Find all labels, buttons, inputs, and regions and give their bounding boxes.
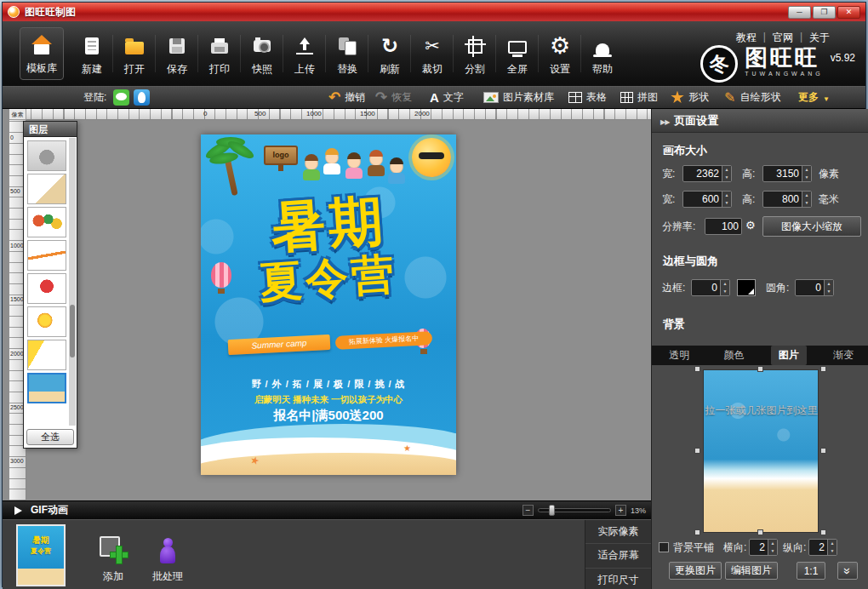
snapshot-button[interactable]: 快照 bbox=[241, 27, 283, 80]
ruler-tick-label: 1500 bbox=[10, 296, 24, 302]
scrollbar-thumb[interactable] bbox=[70, 305, 75, 357]
spinner[interactable] bbox=[720, 280, 729, 295]
qq-login-button[interactable] bbox=[134, 87, 150, 108]
layer-thumbnail-selected[interactable] bbox=[27, 373, 66, 403]
puzzle-tool-button[interactable]: 拼图 bbox=[620, 87, 658, 108]
fullscreen-button[interactable]: 全屏 bbox=[496, 27, 539, 80]
official-site-link[interactable]: 官网 bbox=[773, 31, 793, 45]
spinner[interactable] bbox=[827, 540, 837, 555]
resize-handle[interactable] bbox=[757, 366, 763, 372]
zoom-out-button[interactable]: − bbox=[523, 505, 534, 516]
resize-handle[interactable] bbox=[757, 529, 763, 535]
layer-thumbnail[interactable] bbox=[27, 207, 66, 237]
spinner[interactable] bbox=[722, 192, 731, 207]
layer-thumbnail[interactable] bbox=[27, 240, 66, 271]
tab-gradient[interactable]: 渐变 bbox=[825, 346, 861, 365]
dpi-input[interactable]: 100 bbox=[705, 218, 742, 235]
replace-button[interactable]: 替换 bbox=[326, 27, 368, 80]
about-link[interactable]: 关于 bbox=[809, 31, 830, 45]
collapse-button[interactable] bbox=[837, 562, 858, 580]
canvas-height-px-input[interactable]: 3150 bbox=[762, 165, 812, 182]
tutorial-link[interactable]: 教程 bbox=[736, 31, 757, 45]
undo-button[interactable]: 撤销 bbox=[328, 87, 365, 108]
shape-tool-button[interactable]: 形状 bbox=[671, 87, 709, 108]
layer-thumbnail[interactable] bbox=[27, 306, 66, 337]
image-scale-button[interactable]: 图像大小缩放 bbox=[762, 216, 861, 237]
layer-thumbnail[interactable] bbox=[27, 340, 66, 370]
layer-thumbnail[interactable] bbox=[27, 273, 66, 304]
ruler-tick-label: 2000 bbox=[10, 351, 24, 357]
add-button[interactable]: 添加 bbox=[88, 524, 139, 586]
tab-color[interactable]: 颜色 bbox=[716, 346, 751, 365]
play-icon[interactable] bbox=[14, 506, 22, 515]
material-library-button[interactable]: 图片素材库 bbox=[483, 87, 554, 108]
border-heading: 边框与圆角 bbox=[663, 254, 718, 269]
fit-screen-option[interactable]: 适合屏幕 bbox=[585, 544, 651, 568]
layer-thumbnail[interactable] bbox=[27, 174, 66, 204]
resize-handle[interactable] bbox=[820, 529, 826, 535]
border-color-swatch[interactable] bbox=[737, 279, 756, 296]
tile-checkbox[interactable] bbox=[659, 542, 669, 552]
spinner[interactable] bbox=[802, 166, 811, 181]
text-tool-button[interactable]: 文字 bbox=[430, 87, 464, 108]
layers-scrollbar[interactable] bbox=[69, 138, 76, 426]
edit-image-button[interactable]: 编辑图片 bbox=[725, 562, 778, 580]
settings-button[interactable]: 设置 bbox=[539, 27, 581, 80]
tab-transparent[interactable]: 透明 bbox=[661, 346, 697, 365]
actual-pixels-option[interactable]: 实际像素 bbox=[585, 520, 651, 544]
resize-handle[interactable] bbox=[820, 448, 826, 454]
open-button[interactable]: 打开 bbox=[113, 27, 156, 80]
resize-handle[interactable] bbox=[694, 529, 700, 535]
tab-image[interactable]: 图片 bbox=[771, 346, 807, 365]
select-all-button[interactable]: 全选 bbox=[26, 429, 74, 445]
new-document-icon bbox=[85, 37, 99, 54]
layer-thumbnail[interactable] bbox=[27, 140, 66, 171]
wechat-login-button[interactable] bbox=[113, 87, 129, 108]
border-width-input[interactable]: 0 bbox=[691, 279, 730, 296]
design-canvas-page[interactable]: logo 暑期 夏令营 Summer camp 拓展新体验 火爆报名中 野 / … bbox=[201, 134, 456, 475]
more-menu-button[interactable]: 更多 bbox=[798, 87, 830, 108]
maximize-button[interactable]: ❐ bbox=[813, 6, 836, 19]
template-library-button[interactable]: 模板库 bbox=[20, 27, 64, 80]
table-tool-button[interactable]: 表格 bbox=[568, 87, 607, 108]
tile-vertical-input[interactable]: 2 bbox=[808, 539, 837, 556]
spinner[interactable] bbox=[722, 166, 731, 181]
print-button[interactable]: 打印 bbox=[198, 27, 241, 80]
tile-horizontal-input[interactable]: 2 bbox=[749, 539, 778, 556]
background-image-preview[interactable] bbox=[703, 369, 819, 533]
crop-button[interactable]: 裁切 bbox=[411, 27, 454, 80]
resize-handle[interactable] bbox=[694, 448, 700, 454]
spinner[interactable] bbox=[768, 540, 777, 555]
zoom-in-button[interactable]: + bbox=[615, 505, 626, 516]
new-button[interactable]: 新建 bbox=[71, 27, 113, 80]
change-image-button[interactable]: 更换图片 bbox=[669, 562, 722, 580]
document-thumbnail[interactable]: 暑期 夏令营 bbox=[16, 524, 66, 586]
canvas-width-px-input[interactable]: 2362 bbox=[682, 165, 732, 182]
help-button[interactable]: 帮助 bbox=[581, 27, 624, 80]
refresh-button[interactable]: 刷新 bbox=[368, 27, 411, 80]
corner-radius-input[interactable]: 0 bbox=[795, 279, 834, 296]
zoom-slider[interactable] bbox=[538, 508, 611, 512]
minimize-button[interactable]: ─ bbox=[788, 6, 811, 19]
batch-process-button[interactable]: 批处理 bbox=[142, 524, 193, 586]
print-size-option[interactable]: 打印尺寸 bbox=[585, 569, 651, 589]
drop-image-hint: 拉一张或几张图片到这里 bbox=[652, 403, 868, 418]
double-chevron-icon[interactable] bbox=[660, 114, 669, 127]
dpi-gear-icon[interactable] bbox=[745, 219, 756, 232]
one-to-one-button[interactable]: 1:1 bbox=[797, 562, 825, 580]
save-button[interactable]: 保存 bbox=[156, 27, 198, 80]
panel-header: 页面设置 bbox=[652, 109, 868, 133]
upload-button[interactable]: 上传 bbox=[283, 27, 326, 80]
canvas-width-mm-input[interactable]: 600 bbox=[682, 191, 732, 208]
spinner[interactable] bbox=[802, 192, 811, 207]
close-button[interactable]: ✕ bbox=[837, 6, 860, 19]
resize-handle[interactable] bbox=[694, 366, 700, 372]
custom-shape-button[interactable]: 自绘形状 bbox=[724, 87, 780, 108]
resize-handle[interactable] bbox=[820, 366, 826, 372]
canvas-workarea: 像素 0 500 1000 1500 2000 0 500 1000 1500 … bbox=[3, 109, 651, 500]
redo-button[interactable]: 恢复 bbox=[375, 87, 412, 108]
canvas-height-mm-input[interactable]: 800 bbox=[762, 191, 812, 208]
zoom-slider-handle[interactable] bbox=[549, 505, 555, 516]
spinner[interactable] bbox=[824, 280, 833, 295]
split-button[interactable]: 分割 bbox=[454, 27, 496, 80]
